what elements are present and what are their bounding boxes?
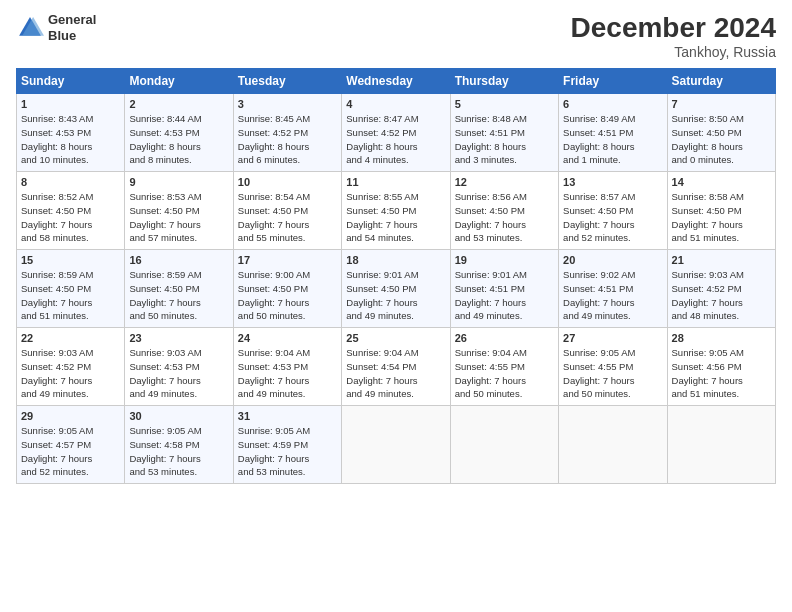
day-cell: 9Sunrise: 8:53 AM Sunset: 4:50 PM Daylig… <box>125 172 233 250</box>
day-number: 13 <box>563 176 662 188</box>
day-cell: 28Sunrise: 9:05 AM Sunset: 4:56 PM Dayli… <box>667 328 775 406</box>
day-cell <box>450 406 558 484</box>
day-number: 6 <box>563 98 662 110</box>
header: General Blue December 2024 Tankhoy, Russ… <box>16 12 776 60</box>
day-cell: 1Sunrise: 8:43 AM Sunset: 4:53 PM Daylig… <box>17 94 125 172</box>
day-cell: 16Sunrise: 8:59 AM Sunset: 4:50 PM Dayli… <box>125 250 233 328</box>
day-number: 31 <box>238 410 337 422</box>
week-row-5: 29Sunrise: 9:05 AM Sunset: 4:57 PM Dayli… <box>17 406 776 484</box>
calendar-table: SundayMondayTuesdayWednesdayThursdayFrid… <box>16 68 776 484</box>
day-cell: 20Sunrise: 9:02 AM Sunset: 4:51 PM Dayli… <box>559 250 667 328</box>
day-number: 1 <box>21 98 120 110</box>
day-number: 11 <box>346 176 445 188</box>
day-cell: 4Sunrise: 8:47 AM Sunset: 4:52 PM Daylig… <box>342 94 450 172</box>
week-row-4: 22Sunrise: 9:03 AM Sunset: 4:52 PM Dayli… <box>17 328 776 406</box>
day-cell: 18Sunrise: 9:01 AM Sunset: 4:50 PM Dayli… <box>342 250 450 328</box>
day-number: 15 <box>21 254 120 266</box>
day-cell <box>667 406 775 484</box>
day-info: Sunrise: 8:48 AM Sunset: 4:51 PM Dayligh… <box>455 112 554 167</box>
day-number: 10 <box>238 176 337 188</box>
col-header-thursday: Thursday <box>450 69 558 94</box>
day-info: Sunrise: 8:45 AM Sunset: 4:52 PM Dayligh… <box>238 112 337 167</box>
day-info: Sunrise: 8:47 AM Sunset: 4:52 PM Dayligh… <box>346 112 445 167</box>
day-number: 18 <box>346 254 445 266</box>
day-number: 17 <box>238 254 337 266</box>
day-number: 26 <box>455 332 554 344</box>
day-cell: 10Sunrise: 8:54 AM Sunset: 4:50 PM Dayli… <box>233 172 341 250</box>
day-info: Sunrise: 8:57 AM Sunset: 4:50 PM Dayligh… <box>563 190 662 245</box>
day-cell: 19Sunrise: 9:01 AM Sunset: 4:51 PM Dayli… <box>450 250 558 328</box>
day-number: 20 <box>563 254 662 266</box>
day-number: 22 <box>21 332 120 344</box>
day-number: 2 <box>129 98 228 110</box>
day-info: Sunrise: 9:02 AM Sunset: 4:51 PM Dayligh… <box>563 268 662 323</box>
day-cell: 2Sunrise: 8:44 AM Sunset: 4:53 PM Daylig… <box>125 94 233 172</box>
day-number: 30 <box>129 410 228 422</box>
location: Tankhoy, Russia <box>571 44 776 60</box>
day-cell: 22Sunrise: 9:03 AM Sunset: 4:52 PM Dayli… <box>17 328 125 406</box>
day-number: 16 <box>129 254 228 266</box>
day-cell: 14Sunrise: 8:58 AM Sunset: 4:50 PM Dayli… <box>667 172 775 250</box>
day-info: Sunrise: 9:05 AM Sunset: 4:55 PM Dayligh… <box>563 346 662 401</box>
logo: General Blue <box>16 12 96 43</box>
day-info: Sunrise: 9:05 AM Sunset: 4:58 PM Dayligh… <box>129 424 228 479</box>
day-cell: 12Sunrise: 8:56 AM Sunset: 4:50 PM Dayli… <box>450 172 558 250</box>
day-cell: 26Sunrise: 9:04 AM Sunset: 4:55 PM Dayli… <box>450 328 558 406</box>
col-header-monday: Monday <box>125 69 233 94</box>
col-header-wednesday: Wednesday <box>342 69 450 94</box>
day-cell <box>342 406 450 484</box>
day-number: 24 <box>238 332 337 344</box>
day-number: 9 <box>129 176 228 188</box>
col-header-tuesday: Tuesday <box>233 69 341 94</box>
day-cell: 24Sunrise: 9:04 AM Sunset: 4:53 PM Dayli… <box>233 328 341 406</box>
day-cell: 15Sunrise: 8:59 AM Sunset: 4:50 PM Dayli… <box>17 250 125 328</box>
day-cell: 29Sunrise: 9:05 AM Sunset: 4:57 PM Dayli… <box>17 406 125 484</box>
header-row: SundayMondayTuesdayWednesdayThursdayFrid… <box>17 69 776 94</box>
day-cell: 7Sunrise: 8:50 AM Sunset: 4:50 PM Daylig… <box>667 94 775 172</box>
day-info: Sunrise: 8:44 AM Sunset: 4:53 PM Dayligh… <box>129 112 228 167</box>
day-cell: 3Sunrise: 8:45 AM Sunset: 4:52 PM Daylig… <box>233 94 341 172</box>
day-info: Sunrise: 9:04 AM Sunset: 4:55 PM Dayligh… <box>455 346 554 401</box>
day-info: Sunrise: 9:03 AM Sunset: 4:52 PM Dayligh… <box>672 268 771 323</box>
day-cell: 30Sunrise: 9:05 AM Sunset: 4:58 PM Dayli… <box>125 406 233 484</box>
day-number: 5 <box>455 98 554 110</box>
day-number: 25 <box>346 332 445 344</box>
day-info: Sunrise: 8:50 AM Sunset: 4:50 PM Dayligh… <box>672 112 771 167</box>
day-info: Sunrise: 8:43 AM Sunset: 4:53 PM Dayligh… <box>21 112 120 167</box>
day-number: 8 <box>21 176 120 188</box>
day-info: Sunrise: 8:53 AM Sunset: 4:50 PM Dayligh… <box>129 190 228 245</box>
day-info: Sunrise: 9:04 AM Sunset: 4:53 PM Dayligh… <box>238 346 337 401</box>
day-number: 27 <box>563 332 662 344</box>
day-cell: 13Sunrise: 8:57 AM Sunset: 4:50 PM Dayli… <box>559 172 667 250</box>
day-number: 4 <box>346 98 445 110</box>
day-info: Sunrise: 9:04 AM Sunset: 4:54 PM Dayligh… <box>346 346 445 401</box>
day-info: Sunrise: 9:05 AM Sunset: 4:57 PM Dayligh… <box>21 424 120 479</box>
col-header-sunday: Sunday <box>17 69 125 94</box>
day-number: 14 <box>672 176 771 188</box>
day-cell: 27Sunrise: 9:05 AM Sunset: 4:55 PM Dayli… <box>559 328 667 406</box>
day-info: Sunrise: 8:58 AM Sunset: 4:50 PM Dayligh… <box>672 190 771 245</box>
title-block: December 2024 Tankhoy, Russia <box>571 12 776 60</box>
day-info: Sunrise: 9:01 AM Sunset: 4:50 PM Dayligh… <box>346 268 445 323</box>
day-cell: 21Sunrise: 9:03 AM Sunset: 4:52 PM Dayli… <box>667 250 775 328</box>
col-header-saturday: Saturday <box>667 69 775 94</box>
week-row-1: 1Sunrise: 8:43 AM Sunset: 4:53 PM Daylig… <box>17 94 776 172</box>
day-number: 3 <box>238 98 337 110</box>
day-info: Sunrise: 8:59 AM Sunset: 4:50 PM Dayligh… <box>21 268 120 323</box>
day-info: Sunrise: 9:03 AM Sunset: 4:52 PM Dayligh… <box>21 346 120 401</box>
day-info: Sunrise: 9:05 AM Sunset: 4:56 PM Dayligh… <box>672 346 771 401</box>
day-cell: 5Sunrise: 8:48 AM Sunset: 4:51 PM Daylig… <box>450 94 558 172</box>
day-info: Sunrise: 8:52 AM Sunset: 4:50 PM Dayligh… <box>21 190 120 245</box>
day-cell: 17Sunrise: 9:00 AM Sunset: 4:50 PM Dayli… <box>233 250 341 328</box>
day-info: Sunrise: 9:01 AM Sunset: 4:51 PM Dayligh… <box>455 268 554 323</box>
day-cell: 23Sunrise: 9:03 AM Sunset: 4:53 PM Dayli… <box>125 328 233 406</box>
day-cell <box>559 406 667 484</box>
day-info: Sunrise: 8:56 AM Sunset: 4:50 PM Dayligh… <box>455 190 554 245</box>
day-cell: 31Sunrise: 9:05 AM Sunset: 4:59 PM Dayli… <box>233 406 341 484</box>
week-row-3: 15Sunrise: 8:59 AM Sunset: 4:50 PM Dayli… <box>17 250 776 328</box>
day-cell: 25Sunrise: 9:04 AM Sunset: 4:54 PM Dayli… <box>342 328 450 406</box>
day-cell: 8Sunrise: 8:52 AM Sunset: 4:50 PM Daylig… <box>17 172 125 250</box>
page-container: General Blue December 2024 Tankhoy, Russ… <box>0 0 792 492</box>
day-number: 29 <box>21 410 120 422</box>
day-number: 7 <box>672 98 771 110</box>
